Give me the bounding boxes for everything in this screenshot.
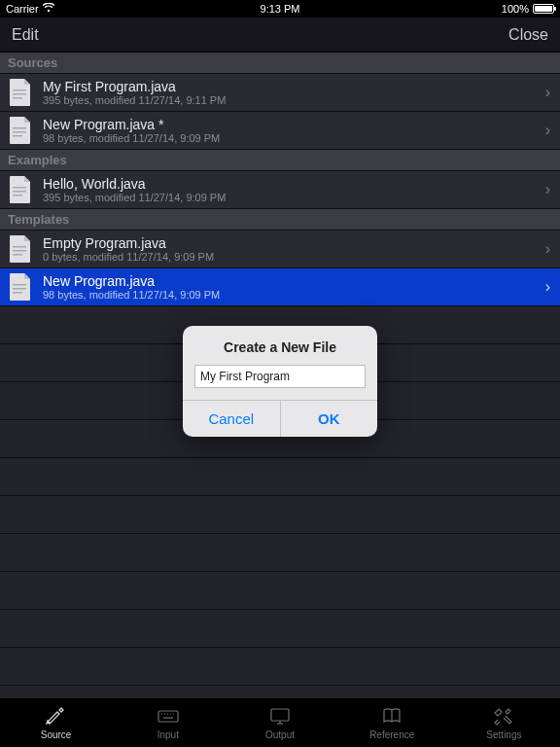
empty-row: [0, 648, 560, 686]
status-bar: Carrier 9:13 PM 100%: [0, 0, 560, 18]
svg-rect-5: [13, 135, 22, 137]
battery-percent: 100%: [502, 3, 529, 15]
document-icon: [8, 78, 33, 107]
svg-rect-4: [13, 131, 26, 133]
tab-label: Reference: [369, 729, 414, 740]
svg-rect-10: [13, 250, 26, 252]
section-header-templates: Templates: [0, 209, 560, 231]
cancel-button[interactable]: Cancel: [183, 401, 281, 437]
svg-rect-11: [13, 254, 22, 256]
svg-rect-12: [13, 284, 26, 286]
tab-output[interactable]: Output: [224, 698, 335, 747]
tab-source[interactable]: Source: [0, 698, 112, 747]
pen-icon: [45, 706, 68, 728]
navigation-bar: Edit Close: [0, 18, 560, 53]
chevron-right-icon: ›: [545, 278, 550, 296]
file-meta: 98 bytes, modified 11/27/14, 9:09 PM: [43, 289, 545, 302]
document-icon: [8, 116, 33, 145]
svg-rect-1: [13, 93, 26, 95]
wifi-icon: [43, 3, 54, 15]
list-item[interactable]: Empty Program.java 0 bytes, modified 11/…: [0, 231, 560, 268]
list-item[interactable]: New Program.java 98 bytes, modified 11/2…: [0, 268, 560, 306]
section-header-sources: Sources: [0, 53, 560, 74]
empty-row: [0, 572, 560, 610]
book-icon: [380, 706, 403, 728]
close-button[interactable]: Close: [508, 26, 548, 44]
edit-button[interactable]: Edit: [12, 26, 39, 44]
svg-rect-8: [13, 195, 22, 196]
svg-rect-9: [13, 246, 26, 248]
svg-rect-15: [158, 711, 178, 722]
tab-bar: Source Input Output Reference Settings: [0, 698, 560, 747]
ok-button[interactable]: OK: [281, 401, 378, 437]
empty-row: [0, 496, 560, 534]
svg-rect-2: [13, 97, 22, 99]
file-title: New Program.java *: [43, 117, 545, 132]
tab-label: Input: [158, 729, 179, 740]
empty-row: [0, 610, 560, 648]
battery-icon: [533, 4, 554, 14]
list-item[interactable]: My First Program.java 395 bytes, modifie…: [0, 74, 560, 112]
clock-label: 9:13 PM: [189, 3, 371, 15]
list-item[interactable]: Hello, World.java 395 bytes, modified 11…: [0, 171, 560, 209]
monitor-icon: [268, 706, 292, 728]
svg-rect-3: [13, 127, 26, 129]
list-item[interactable]: New Program.java * 98 bytes, modified 11…: [0, 112, 560, 150]
tools-icon: [492, 706, 515, 728]
file-meta: 395 bytes, modified 11/27/14, 9:11 PM: [43, 94, 545, 107]
file-meta: 0 bytes, modified 11/27/14, 9:09 PM: [43, 251, 545, 264]
file-meta: 395 bytes, modified 11/27/14, 9:09 PM: [43, 192, 545, 204]
file-meta: 98 bytes, modified 11/27/14, 9:09 PM: [43, 132, 545, 145]
tab-settings[interactable]: Settings: [448, 698, 560, 747]
section-header-examples: Examples: [0, 150, 560, 171]
file-title: Empty Program.java: [43, 235, 545, 251]
keyboard-icon: [157, 706, 180, 728]
svg-rect-13: [13, 288, 26, 290]
new-file-dialog: Create a New File Cancel OK: [183, 326, 377, 437]
chevron-right-icon: ›: [545, 122, 550, 139]
file-title: My First Program.java: [43, 79, 545, 94]
file-title: New Program.java: [43, 273, 545, 289]
svg-rect-0: [13, 89, 26, 91]
svg-rect-22: [271, 709, 289, 721]
tab-reference[interactable]: Reference: [336, 698, 448, 747]
svg-rect-6: [13, 187, 26, 189]
carrier-label: Carrier: [6, 3, 39, 15]
tab-input[interactable]: Input: [112, 698, 224, 747]
file-title: Hello, World.java: [43, 176, 545, 192]
dialog-title: Create a New File: [183, 326, 377, 365]
svg-rect-14: [13, 292, 22, 294]
empty-row: [0, 458, 560, 496]
tab-label: Source: [41, 729, 72, 740]
chevron-right-icon: ›: [545, 84, 550, 101]
document-icon: [8, 175, 33, 204]
empty-row: [0, 686, 560, 698]
svg-rect-7: [13, 191, 26, 193]
filename-input[interactable]: [194, 365, 366, 388]
empty-row: [0, 534, 560, 572]
tab-label: Output: [265, 729, 295, 740]
tab-label: Settings: [486, 729, 521, 740]
document-icon: [8, 234, 33, 264]
document-icon: [8, 272, 33, 302]
chevron-right-icon: ›: [545, 240, 550, 258]
chevron-right-icon: ›: [545, 181, 550, 198]
